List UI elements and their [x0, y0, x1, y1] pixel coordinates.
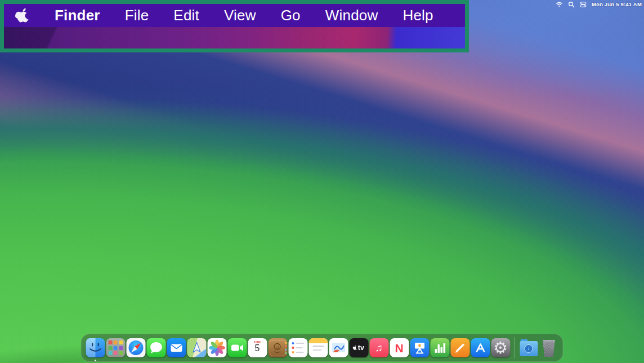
gear-icon: ⚙: [493, 340, 508, 356]
maps-icon: [187, 338, 206, 357]
menu-item-finder[interactable]: Finder: [55, 7, 100, 24]
dock-item-finder[interactable]: [86, 338, 105, 357]
dock-item-safari[interactable]: [126, 338, 146, 357]
menu-bar-clock[interactable]: Mon Jun 5 9:41 AM: [592, 1, 642, 7]
dock-item-music[interactable]: ♫: [369, 338, 389, 357]
notes-icon: [308, 338, 328, 357]
dock-item-keynote[interactable]: [410, 338, 430, 357]
desktop-wallpaper: [0, 0, 644, 363]
dock-item-downloads[interactable]: ↓: [519, 338, 539, 357]
pages-icon: [450, 338, 469, 357]
app-store-icon: [471, 338, 490, 357]
dock-item-contacts[interactable]: [268, 338, 288, 357]
tv-label: tv: [358, 344, 365, 352]
menu-item-help[interactable]: Help: [402, 7, 433, 24]
calendar-day-label: 5: [255, 344, 260, 353]
menu-bar-status-area: Mon Jun 5 9:41 AM: [556, 0, 642, 8]
reminders-icon: [288, 338, 307, 357]
calendar-icon: JUN 5: [248, 338, 267, 357]
music-note-glyph: ♫: [375, 343, 383, 353]
news-letter: N: [395, 342, 403, 354]
tv-icon: tv: [349, 338, 368, 357]
dock-item-facetime[interactable]: [227, 338, 247, 357]
dock-item-notes[interactable]: [308, 338, 328, 357]
dock: JUN 5: [81, 334, 564, 362]
dock-item-trash[interactable]: [539, 338, 559, 357]
dock-item-news[interactable]: N: [390, 338, 409, 357]
menu-item-file[interactable]: File: [125, 7, 149, 24]
music-icon: ♫: [369, 338, 388, 357]
menu-item-edit[interactable]: Edit: [173, 7, 199, 24]
menu-item-window[interactable]: Window: [325, 7, 378, 24]
messages-icon: [146, 338, 166, 357]
menu-item-view[interactable]: View: [224, 7, 256, 24]
dock-item-reminders[interactable]: [288, 338, 308, 357]
download-arrow-glyph: ↓: [527, 346, 530, 351]
dock-item-numbers[interactable]: [430, 338, 450, 357]
keynote-icon: [410, 338, 429, 357]
system-settings-icon: ⚙: [491, 338, 510, 357]
launchpad-icon: [106, 338, 125, 357]
apple-menu-icon[interactable]: [15, 7, 30, 24]
dock-item-system-settings[interactable]: ⚙: [491, 338, 511, 357]
dock-item-launchpad[interactable]: [106, 338, 126, 357]
dock-item-freeform[interactable]: [329, 338, 348, 357]
dock-divider: [515, 337, 515, 358]
control-center-icon[interactable]: [580, 1, 587, 8]
dock-item-messages[interactable]: [146, 338, 166, 357]
safari-icon: [126, 338, 145, 357]
magnified-menu-bar: Finder File Edit View Go Window Help: [4, 4, 465, 27]
dock-item-photos[interactable]: [207, 338, 227, 357]
numbers-icon: [430, 338, 449, 357]
contacts-icon: [268, 338, 287, 357]
dock-item-pages[interactable]: [450, 338, 470, 357]
dock-item-app-store[interactable]: [471, 338, 490, 357]
finder-icon: [86, 338, 105, 357]
menu-item-go[interactable]: Go: [281, 7, 301, 24]
trash-icon: [542, 340, 556, 357]
wifi-icon[interactable]: [556, 1, 563, 7]
photos-icon: [207, 338, 226, 357]
search-icon[interactable]: [568, 1, 575, 8]
magnified-wallpaper-strip: [4, 27, 465, 48]
downloads-folder-icon: ↓: [520, 341, 538, 356]
dock-item-calendar[interactable]: JUN 5: [248, 338, 267, 357]
dock-item-maps[interactable]: [187, 338, 207, 357]
mail-icon: [167, 338, 186, 357]
dock-item-tv[interactable]: tv: [349, 338, 369, 357]
dock-item-mail[interactable]: [167, 338, 186, 357]
freeform-icon: [329, 338, 348, 357]
news-icon: N: [390, 338, 409, 357]
facetime-icon: [227, 338, 247, 357]
zoom-magnifier-overlay: Finder File Edit View Go Window Help: [0, 0, 469, 52]
